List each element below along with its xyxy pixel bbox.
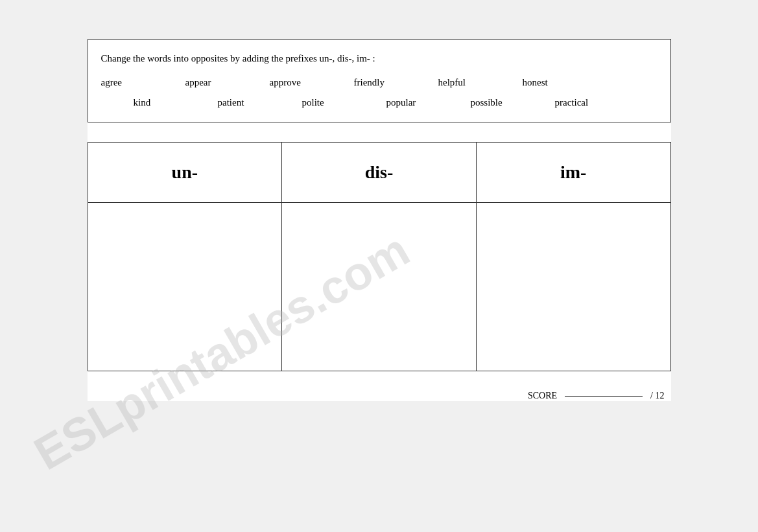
instruction-text: Change the words into opposites by addin… (101, 50, 657, 67)
word-friendly: friendly (354, 74, 438, 91)
word-honest: honest (523, 74, 607, 91)
cell-im[interactable] (476, 203, 670, 371)
word-approve: approve (270, 74, 354, 91)
prefix-table: un- dis- im- (88, 142, 671, 371)
word-polite: polite (302, 94, 386, 111)
score-total: / 12 (650, 391, 664, 401)
cell-un[interactable] (88, 203, 282, 371)
header-im: im- (476, 143, 670, 203)
word-kind: kind (134, 94, 218, 111)
word-patient: patient (218, 94, 302, 111)
word-row-1: agree appear approve friendly helpful ho… (101, 74, 657, 91)
worksheet: Change the words into opposites by addin… (88, 39, 671, 401)
cell-dis[interactable] (282, 203, 477, 371)
score-section: SCORE / 12 (88, 391, 671, 401)
word-popular: popular (386, 94, 471, 111)
word-list: agree appear approve friendly helpful ho… (101, 74, 657, 111)
header-dis: dis- (282, 143, 477, 203)
word-appear: appear (185, 74, 270, 91)
header-un: un- (88, 143, 282, 203)
table-body-row (88, 203, 670, 371)
score-label: SCORE (528, 391, 557, 401)
word-possible: possible (471, 94, 555, 111)
word-bank-box: Change the words into opposites by addin… (88, 39, 671, 122)
page-container: Change the words into opposites by addin… (0, 0, 758, 532)
word-practical: practical (555, 94, 639, 111)
table-header-row: un- dis- im- (88, 143, 670, 203)
word-helpful: helpful (438, 74, 523, 91)
word-row-2: kind patient polite popular possible pra… (101, 94, 657, 111)
word-agree: agree (101, 74, 185, 91)
score-line (565, 396, 643, 397)
